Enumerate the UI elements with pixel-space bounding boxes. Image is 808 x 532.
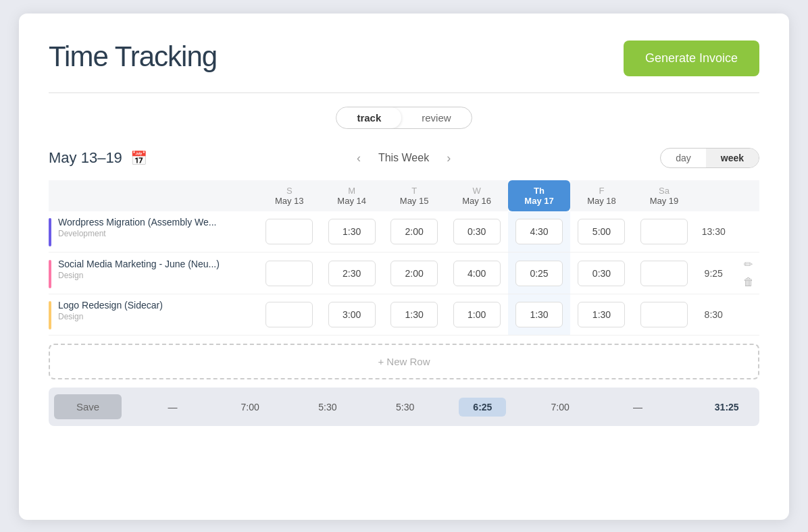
tab-track[interactable]: track: [336, 107, 401, 128]
week-nav: ‹ This Week ›: [351, 149, 456, 168]
time-input[interactable]: [640, 219, 688, 244]
new-row-label: + New Row: [378, 356, 430, 367]
time-input[interactable]: [640, 302, 688, 327]
footer-total-cell: 7:00: [536, 402, 584, 413]
row-total: 8:30: [695, 294, 732, 336]
time-input[interactable]: [515, 219, 563, 244]
project-info: Logo Redesign (Sidecar) Design: [58, 300, 163, 321]
time-cell-0-5: [570, 211, 632, 252]
time-cell-2-0: [258, 294, 320, 336]
row-actions: [732, 211, 759, 252]
divider: [49, 92, 759, 93]
project-label-cell-2: Logo Redesign (Sidecar) Design: [49, 294, 258, 336]
time-input[interactable]: [453, 302, 501, 327]
project-info: Wordpress Migration (Assembly We... Deve…: [58, 217, 216, 238]
project-color-bar: [49, 218, 51, 246]
tab-row: track review: [49, 107, 759, 129]
project-label-cell-1: Social Media Marketing - June (Neu...) D…: [49, 252, 258, 294]
footer-total-cell: 5:30: [382, 402, 429, 413]
project-name: Wordpress Migration (Assembly We...: [58, 217, 216, 228]
row-actions: [732, 294, 759, 336]
time-cell-0-1: [320, 211, 382, 252]
time-input[interactable]: [578, 261, 625, 286]
col-actions-header: [732, 180, 759, 211]
header-row: Time Tracking Generate Invoice: [49, 41, 759, 76]
page-title: Time Tracking: [49, 41, 217, 73]
project-label-cell-0: Wordpress Migration (Assembly We... Deve…: [49, 211, 258, 252]
project-name: Social Media Marketing - June (Neu...): [58, 259, 220, 269]
project-info: Social Media Marketing - June (Neu...) D…: [58, 259, 220, 280]
time-cell-0-6: [633, 211, 695, 252]
save-button[interactable]: Save: [54, 394, 122, 419]
table-row: Social Media Marketing - June (Neu...) D…: [49, 252, 759, 294]
time-input[interactable]: [390, 219, 438, 244]
project-category: Development: [58, 229, 216, 238]
view-day-button[interactable]: day: [661, 149, 706, 167]
time-input[interactable]: [328, 302, 376, 327]
next-week-button[interactable]: ›: [441, 149, 456, 168]
new-row-area[interactable]: + New Row: [49, 344, 759, 379]
time-cell-1-4: [508, 252, 570, 294]
time-cell-2-6: [633, 294, 695, 336]
view-week-button[interactable]: week: [706, 149, 759, 167]
col-wed: WMay 16: [445, 180, 507, 211]
footer-totals: —7:005:305:306:257:00—31:25: [134, 398, 754, 417]
app-container: Time Tracking Generate Invoice track rev…: [19, 14, 789, 520]
footer-total-cell: 6:25: [459, 398, 506, 417]
this-week-label: This Week: [378, 152, 429, 164]
time-cell-1-5: [570, 252, 632, 294]
time-input[interactable]: [453, 219, 501, 244]
project-color-bar: [49, 260, 51, 288]
time-cell-1-0: [258, 252, 320, 294]
col-sat: SaMay 19: [633, 180, 695, 211]
table-row: Logo Redesign (Sidecar) Design 8:30: [49, 294, 759, 336]
time-input[interactable]: [515, 302, 563, 327]
project-name: Logo Redesign (Sidecar): [58, 300, 163, 311]
time-input[interactable]: [328, 261, 376, 286]
footer-total-cell: 31:25: [692, 402, 739, 413]
date-range-text: May 13–19: [49, 149, 122, 167]
row-total: 13:30: [695, 211, 732, 252]
tab-group: track review: [336, 107, 472, 129]
time-cell-0-3: [445, 211, 507, 252]
time-input[interactable]: [515, 261, 563, 286]
time-cell-2-5: [570, 294, 632, 336]
tab-review[interactable]: review: [401, 107, 471, 128]
time-input[interactable]: [266, 261, 313, 286]
week-nav-row: May 13–19 📅 ‹ This Week › day week: [49, 148, 759, 168]
time-cell-0-2: [383, 211, 445, 252]
prev-week-button[interactable]: ‹: [351, 149, 366, 168]
col-total-header: [695, 180, 732, 211]
footer-total-cell: —: [614, 402, 661, 413]
time-cell-0-4: [508, 211, 570, 252]
time-input[interactable]: [390, 261, 438, 286]
footer-row: Save —7:005:305:306:257:00—31:25: [49, 388, 759, 426]
time-cell-1-6: [633, 252, 695, 294]
col-fri: FMay 18: [570, 180, 632, 211]
table-row: Wordpress Migration (Assembly We... Deve…: [49, 211, 759, 252]
calendar-icon[interactable]: 📅: [130, 150, 147, 166]
time-input[interactable]: [328, 219, 376, 244]
time-input[interactable]: [578, 219, 625, 244]
col-thu: ThMay 17: [508, 180, 570, 211]
time-cell-1-3: [445, 252, 507, 294]
date-range: May 13–19 📅: [49, 149, 147, 167]
time-input[interactable]: [640, 261, 688, 286]
edit-icon[interactable]: ✏: [741, 258, 755, 271]
time-grid: SMay 13 MMay 14 TMay 15 WMay 16 ThMay 17…: [49, 180, 759, 336]
footer-total-cell: 7:00: [226, 402, 274, 413]
time-input[interactable]: [266, 219, 313, 244]
generate-invoice-button[interactable]: Generate Invoice: [624, 41, 759, 76]
time-input[interactable]: [578, 302, 625, 327]
footer-total-cell: 5:30: [304, 402, 351, 413]
time-cell-2-2: [383, 294, 445, 336]
time-input[interactable]: [453, 261, 501, 286]
time-cell-2-4: [508, 294, 570, 336]
time-input[interactable]: [390, 302, 438, 327]
delete-icon[interactable]: 🗑: [741, 276, 755, 288]
project-category: Design: [58, 271, 220, 280]
col-sun: SMay 13: [258, 180, 320, 211]
col-project-header: [49, 180, 258, 211]
col-mon: MMay 14: [320, 180, 382, 211]
time-input[interactable]: [266, 302, 313, 327]
